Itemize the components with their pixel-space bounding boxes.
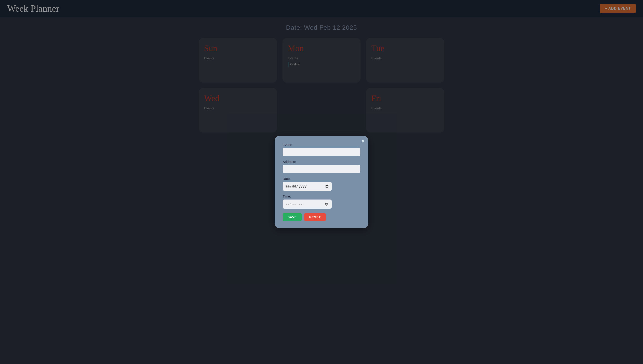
modal-close-button[interactable]: × [362, 139, 364, 143]
address-field-group: Address: [283, 160, 360, 173]
time-input[interactable] [283, 200, 332, 209]
date-label: Date: [283, 177, 360, 180]
save-button[interactable]: SAVE [283, 213, 302, 221]
reset-button[interactable]: RESET [304, 213, 326, 221]
address-input[interactable] [283, 165, 360, 173]
address-label: Address: [283, 160, 360, 164]
date-field-group: Date: [283, 177, 360, 191]
time-field-group: Time: [283, 194, 360, 209]
time-label: Time: [283, 194, 360, 198]
event-field-group: Event: [283, 143, 360, 156]
modal-overlay: × Event: Address: Date: Time: SAVE RESET [0, 0, 643, 364]
event-label: Event: [283, 143, 360, 147]
date-input[interactable] [283, 182, 332, 191]
add-event-modal: × Event: Address: Date: Time: SAVE RESET [275, 136, 368, 228]
form-actions: SAVE RESET [283, 213, 360, 221]
event-input[interactable] [283, 148, 360, 156]
